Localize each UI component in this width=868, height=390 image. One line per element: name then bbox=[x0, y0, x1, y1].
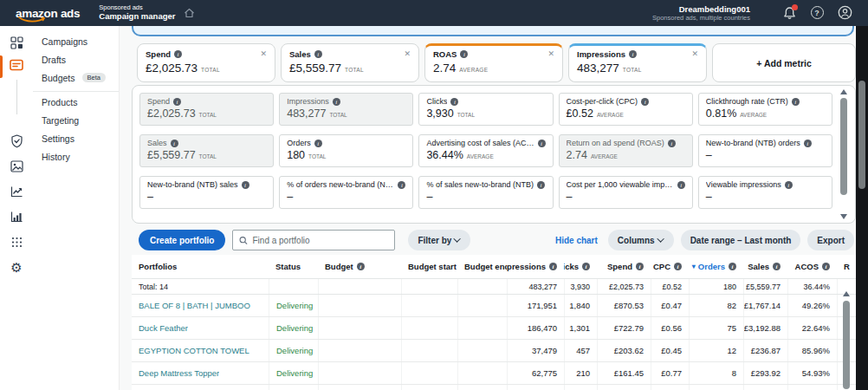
info-icon[interactable] bbox=[785, 181, 793, 189]
close-icon[interactable] bbox=[547, 50, 554, 58]
creative-assets-icon[interactable] bbox=[7, 157, 26, 176]
columns-dropdown[interactable]: Columns bbox=[608, 230, 674, 250]
info-icon[interactable] bbox=[629, 50, 637, 58]
metric-tile[interactable]: Cost-per-click (CPC) £0.52 AVERAGE bbox=[559, 93, 693, 126]
metric-card[interactable]: Spend £2,025.73 TOTAL bbox=[137, 43, 275, 82]
sidebar-item[interactable]: Drafts bbox=[33, 50, 119, 68]
info-icon[interactable] bbox=[582, 263, 590, 270]
info-icon[interactable] bbox=[677, 181, 685, 189]
sidebar-item[interactable]: Settings bbox=[33, 129, 119, 147]
table-column-header[interactable]: ▾ Budget end bbox=[457, 262, 507, 271]
info-icon[interactable] bbox=[174, 50, 182, 58]
sidebar-item[interactable]: Targeting bbox=[33, 111, 119, 129]
account-menu-button[interactable] bbox=[833, 4, 856, 22]
table-column-header[interactable]: ▾ Orders bbox=[689, 262, 743, 271]
search-input[interactable] bbox=[252, 236, 388, 245]
notifications-button[interactable] bbox=[778, 4, 800, 22]
metric-tile[interactable]: Sales £5,559.77 TOTAL bbox=[139, 134, 274, 167]
table-column-header[interactable]: ▾ Budget start bbox=[401, 262, 457, 271]
table-column-header[interactable]: ▾ Spend bbox=[597, 262, 651, 271]
close-icon[interactable] bbox=[404, 50, 411, 58]
metric-tile[interactable]: Advertising cost of sales (ACOS) 36.44% … bbox=[418, 134, 553, 167]
portfolio-search[interactable] bbox=[232, 230, 395, 250]
add-metric-button[interactable]: + Add metric bbox=[712, 43, 856, 82]
metric-card[interactable]: Impressions 483,277 TOTAL bbox=[568, 43, 707, 82]
info-icon[interactable] bbox=[173, 98, 181, 106]
help-button[interactable]: ? bbox=[806, 4, 828, 22]
page-scrollbar-strip[interactable] bbox=[856, 26, 868, 390]
table-column-header[interactable]: ▾ Portfolios bbox=[132, 262, 269, 271]
metric-card[interactable]: Sales £5,559.77 TOTAL bbox=[281, 43, 419, 82]
info-icon[interactable] bbox=[549, 263, 557, 270]
metric-tile[interactable]: Cost per 1,000 viewable impressions (VC…… bbox=[559, 176, 693, 209]
scroll-up-icon[interactable] bbox=[843, 291, 850, 296]
table-column-header[interactable]: ▾ R bbox=[837, 262, 856, 271]
metric-tile[interactable]: % of sales new-to-brand (NTB) – bbox=[418, 176, 553, 209]
metric-tile[interactable]: New-to-brand (NTB) sales – bbox=[139, 176, 274, 209]
settings-gear-icon[interactable]: ⚙ bbox=[7, 257, 26, 276]
table-scrollbar[interactable] bbox=[841, 291, 852, 389]
insights-icon[interactable] bbox=[7, 182, 26, 201]
info-icon[interactable] bbox=[537, 181, 545, 189]
info-icon[interactable] bbox=[314, 140, 322, 147]
info-icon[interactable] bbox=[450, 98, 458, 106]
table-column-header[interactable]: ▾ Clicks bbox=[564, 262, 597, 271]
info-icon[interactable] bbox=[636, 263, 644, 270]
info-icon[interactable] bbox=[792, 98, 800, 106]
info-icon[interactable] bbox=[460, 50, 468, 58]
filter-by-dropdown[interactable]: Filter by bbox=[408, 230, 470, 250]
export-button[interactable]: Export bbox=[807, 230, 854, 250]
amazon-ads-logo[interactable]: amazon ads bbox=[16, 7, 80, 20]
scroll-down-icon[interactable] bbox=[840, 214, 847, 219]
home-icon[interactable] bbox=[184, 8, 195, 18]
table-column-header[interactable]: ▾ ACOS bbox=[787, 262, 837, 271]
info-icon[interactable] bbox=[242, 181, 249, 189]
sidebar-item[interactable]: Budgets Beta bbox=[33, 68, 119, 87]
metric-card[interactable]: ROAS 2.74 AVERAGE bbox=[424, 43, 563, 82]
info-icon[interactable] bbox=[641, 98, 649, 106]
portfolio-link[interactable]: BALE OF 8 | BATH | JUMBOO bbox=[139, 301, 250, 310]
create-portfolio-button[interactable]: Create portfolio bbox=[139, 230, 225, 250]
sidebar-item[interactable]: History bbox=[33, 147, 119, 166]
info-icon[interactable] bbox=[773, 263, 781, 270]
table-column-header[interactable]: ▾ Status bbox=[269, 262, 318, 271]
metric-tile[interactable]: Impressions 483,277 TOTAL bbox=[279, 93, 413, 126]
info-icon[interactable] bbox=[822, 263, 830, 270]
metric-tile[interactable]: Return on ad spend (ROAS) 2.74 AVERAGE bbox=[559, 134, 693, 167]
portfolio-link[interactable]: Duck Feather bbox=[139, 323, 188, 333]
close-icon[interactable] bbox=[691, 50, 698, 58]
metric-tile[interactable]: Viewable impressions – bbox=[698, 176, 832, 209]
campaigns-icon[interactable] bbox=[7, 55, 26, 75]
portfolio-link[interactable]: Deep Mattress Topper bbox=[139, 368, 219, 378]
scrollbar-thumb[interactable] bbox=[843, 301, 850, 389]
reports-icon[interactable] bbox=[7, 207, 26, 226]
info-icon[interactable] bbox=[357, 263, 365, 270]
apps-grid-icon[interactable] bbox=[7, 232, 26, 251]
metric-tile[interactable]: % of orders new-to-brand (NTB) – bbox=[279, 176, 413, 209]
page-scrollbar-thumb[interactable] bbox=[858, 81, 865, 189]
metric-tile[interactable]: New-to-brand (NTB) orders – bbox=[698, 134, 832, 167]
info-icon[interactable] bbox=[674, 263, 682, 270]
close-icon[interactable] bbox=[260, 50, 267, 58]
info-icon[interactable] bbox=[171, 140, 178, 147]
info-icon[interactable] bbox=[668, 140, 676, 147]
info-icon[interactable] bbox=[314, 50, 322, 58]
account-switcher[interactable]: Dreambedding001 Sponsored ads, multiple … bbox=[652, 4, 750, 22]
table-column-header[interactable]: ▾ Impressions bbox=[507, 262, 564, 271]
sidebar-item[interactable]: Campaigns bbox=[33, 32, 119, 50]
sidebar-item[interactable]: Products bbox=[33, 91, 119, 111]
info-icon[interactable] bbox=[333, 98, 340, 106]
metric-tile[interactable]: Clicks 3,930 TOTAL bbox=[418, 93, 553, 126]
info-icon[interactable] bbox=[538, 140, 546, 147]
metric-tile[interactable]: Spend £2,025.73 TOTAL bbox=[139, 93, 274, 126]
table-column-header[interactable]: ▾ Budget bbox=[318, 262, 401, 271]
dashboard-icon[interactable] bbox=[7, 33, 26, 52]
table-column-header[interactable]: ▾ CPC bbox=[651, 262, 689, 271]
portfolio-link[interactable]: EGYPTION COTTON TOWEL bbox=[139, 346, 249, 355]
scroll-up-icon[interactable] bbox=[840, 89, 847, 94]
info-icon[interactable] bbox=[729, 263, 736, 270]
metric-tile[interactable]: Clickthrough rate (CTR) 0.81% AVERAGE bbox=[698, 93, 832, 126]
metric-tile[interactable]: Orders 180 TOTAL bbox=[279, 134, 413, 167]
metrics-panel-scrollbar[interactable] bbox=[839, 89, 849, 219]
hide-chart-link[interactable]: Hide chart bbox=[555, 236, 598, 245]
